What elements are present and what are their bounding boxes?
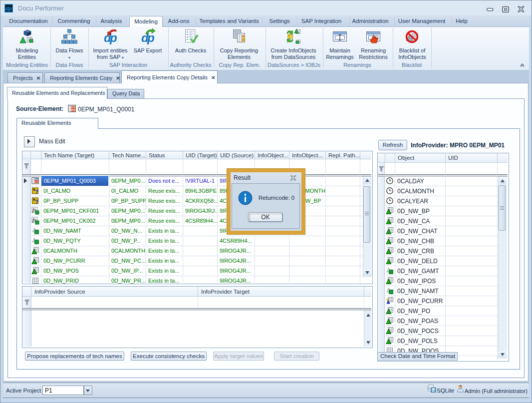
svg-text:?: ? bbox=[35, 199, 38, 205]
svg-text:dp: dp bbox=[5, 6, 11, 11]
svg-text:?: ? bbox=[35, 189, 38, 195]
svg-text:p: p bbox=[147, 31, 155, 44]
